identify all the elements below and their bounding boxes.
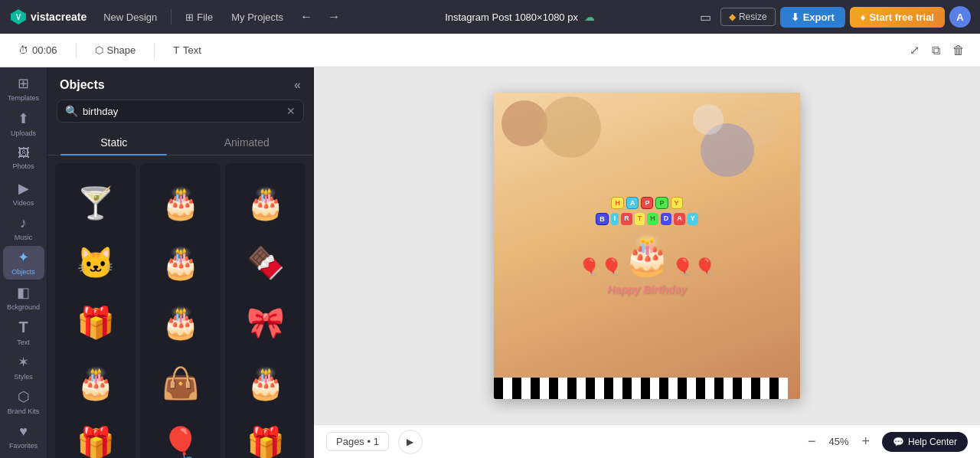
sidebar-item-brand-kits[interactable]: ⬡ Brand Kits — [3, 385, 44, 418]
toolbar-sep-1 — [76, 43, 77, 58]
grid-icon: ⊞ — [185, 11, 194, 23]
text-sidebar-icon: T — [18, 319, 28, 336]
balloons-and-cake: 🎈 🎈 🎂 🎈 🎈 — [579, 233, 715, 277]
photos-icon: 🖼 — [18, 146, 30, 160]
striped-bar — [494, 378, 800, 399]
user-avatar[interactable]: A — [949, 6, 971, 28]
sidebar-item-music[interactable]: ♪ Music — [3, 211, 44, 244]
favorites-icon: ♥ — [19, 424, 28, 440]
resize-button[interactable]: ◆ Resize — [720, 8, 776, 26]
zoom-level: 45% — [823, 436, 854, 447]
objects-panel-header: Objects « — [47, 67, 313, 100]
birthday-scene: H A P P Y B I R T H D A Y — [494, 93, 800, 399]
export-button[interactable]: ⬇ Export — [780, 7, 845, 28]
background-icon: ◧ — [17, 284, 30, 301]
toolbar-shape[interactable]: ⬡ Shape — [89, 41, 142, 59]
objects-icon: ✦ — [18, 249, 29, 266]
collapse-panel-button[interactable]: « — [294, 78, 301, 92]
my-projects-button[interactable]: My Projects — [225, 8, 289, 26]
list-item[interactable]: 🎈 — [140, 403, 220, 458]
editor-toolbar: ⏱ 00:06 ⬡ Shape T Text ⤢ ⧉ 🗑 — [0, 34, 980, 67]
play-button[interactable]: ▶ — [398, 430, 423, 454]
styles-icon: ✶ — [18, 354, 29, 371]
sidebar-item-background[interactable]: ◧ Bckground — [3, 281, 44, 314]
toolbar-sep-2 — [154, 43, 155, 58]
sidebar-item-photos[interactable]: 🖼 Photos — [3, 142, 44, 175]
top-navigation: V vistacreate New Design ⊞ File My Proje… — [0, 0, 980, 34]
search-icon: 🔍 — [65, 105, 78, 117]
deco-circle — [540, 97, 601, 158]
deco-circle — [693, 104, 724, 135]
copy-icon[interactable]: ⧉ — [929, 41, 943, 61]
sidebar-item-styles[interactable]: ✶ Styles — [3, 351, 44, 384]
templates-icon: ⊞ — [18, 75, 29, 92]
main-area: ⊞ Templates ⬆ Uploads 🖼 Photos ▶ Videos … — [0, 67, 980, 458]
sidebar-item-favorites[interactable]: ♥ Favorites — [3, 420, 44, 453]
toolbar-right-actions: ⤢ ⧉ 🗑 — [906, 40, 968, 61]
birthday-text-canvas: Happy Birthday — [607, 283, 686, 296]
new-design-button[interactable]: New Design — [97, 8, 163, 26]
nav-divider-1 — [171, 9, 172, 25]
brand-kits-icon: ⬡ — [18, 388, 30, 405]
chat-icon: 💬 — [893, 437, 904, 447]
help-center-button[interactable]: 💬 Help Center — [882, 432, 968, 452]
canvas-area: H A P P Y B I R T H D A Y — [314, 67, 980, 458]
bottom-bar: Pages • 1 ▶ − 45% + 💬 Help Center — [314, 424, 980, 458]
zoom-controls: − 45% + — [805, 430, 873, 453]
file-button[interactable]: ⊞ File — [179, 8, 219, 26]
shape-icon: ⬡ — [95, 44, 103, 56]
logo[interactable]: V vistacreate — [9, 8, 87, 26]
objects-panel-title: Objects — [60, 78, 105, 92]
clock-icon: ⏱ — [18, 44, 28, 56]
delete-icon[interactable]: 🗑 — [949, 41, 968, 61]
objects-grid: 🍸 ♦ 🎂 🎂 ♦ 🐱 🎂 🍫 🎁 ♦ — [47, 163, 313, 458]
undo-button[interactable]: ← — [296, 7, 317, 27]
pages-button[interactable]: Pages • 1 — [326, 432, 389, 451]
diamond-icon: ◆ — [729, 11, 736, 22]
tab-animated[interactable]: Animated — [181, 130, 314, 155]
tab-row: Static Animated — [47, 130, 313, 155]
crown-icon: ♦ — [861, 11, 866, 23]
search-bar: 🔍 ✕ — [57, 100, 304, 123]
logo-text: vistacreate — [31, 11, 87, 23]
music-icon: ♪ — [20, 215, 27, 231]
birthday-banner: B I R T H D A Y — [596, 213, 698, 225]
start-free-trial-button[interactable]: ♦ Start free trial — [850, 7, 945, 28]
sidebar-item-templates[interactable]: ⊞ Templates — [3, 72, 44, 105]
zoom-out-button[interactable]: − — [805, 430, 819, 453]
clear-search-icon[interactable]: ✕ — [286, 105, 296, 117]
sidebar-item-videos[interactable]: ▶ Videos — [3, 176, 44, 209]
sidebar-item-text[interactable]: T Text — [3, 316, 44, 348]
uploads-icon: ⬆ — [18, 110, 29, 127]
toolbar-text[interactable]: T Text — [167, 41, 207, 59]
tab-static[interactable]: Static — [47, 130, 181, 155]
search-input[interactable] — [83, 106, 282, 117]
topnav-right: ▭ ◆ Resize ⬇ Export ♦ Start free trial A — [695, 6, 971, 28]
download-icon: ⬇ — [791, 11, 799, 23]
canvas-image[interactable]: H A P P Y B I R T H D A Y — [494, 93, 800, 399]
document-title: Instagram Post 1080×1080 px — [445, 11, 578, 23]
zoom-in-button[interactable]: + — [858, 430, 873, 453]
list-item[interactable]: 🎁 ♦ — [55, 403, 136, 458]
toolbar-time[interactable]: ⏱ 00:06 — [12, 41, 64, 59]
sidebar-item-objects[interactable]: ✦ Objects — [3, 246, 44, 279]
happy-banner: H A P P Y — [611, 197, 682, 209]
topnav-center: Instagram Post 1080×1080 px ☁ — [351, 11, 689, 23]
redo-button[interactable]: → — [323, 7, 345, 27]
objects-panel: Objects « 🔍 ✕ Static Animated 🍸 ♦ 🎂 — [47, 67, 314, 458]
sidebar-item-uploads[interactable]: ⬆ Uploads — [3, 106, 44, 139]
text-icon: T — [173, 44, 179, 56]
list-item[interactable]: 🎁 — [225, 403, 305, 458]
save-status-icon: ☁ — [584, 11, 595, 23]
videos-icon: ▶ — [18, 180, 29, 197]
svg-text:V: V — [16, 13, 21, 21]
canvas-wrapper[interactable]: H A P P Y B I R T H D A Y — [314, 67, 980, 424]
play-icon: ▶ — [407, 437, 413, 447]
present-button[interactable]: ▭ — [695, 7, 716, 28]
left-sidebar: ⊞ Templates ⬆ Uploads 🖼 Photos ▶ Videos … — [0, 67, 47, 458]
expand-icon[interactable]: ⤢ — [906, 40, 923, 61]
